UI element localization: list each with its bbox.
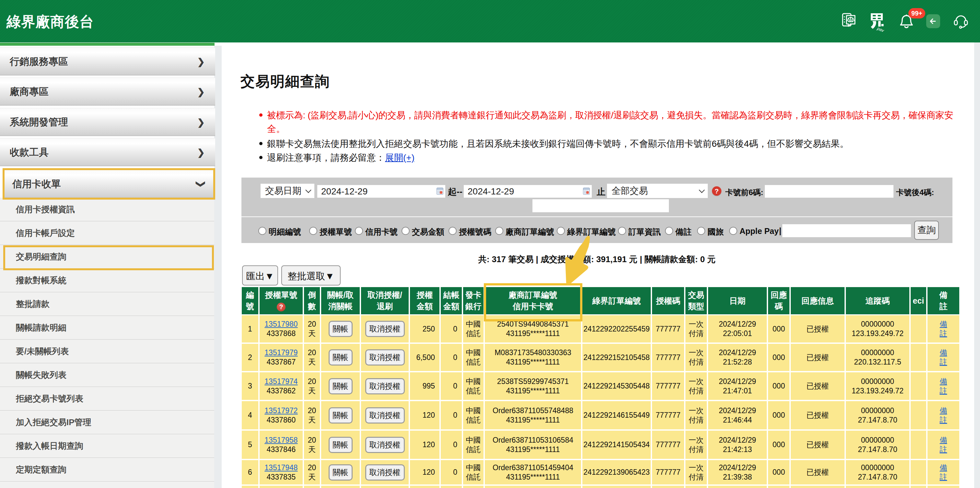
svg-text:pay: pay [876, 26, 885, 32]
